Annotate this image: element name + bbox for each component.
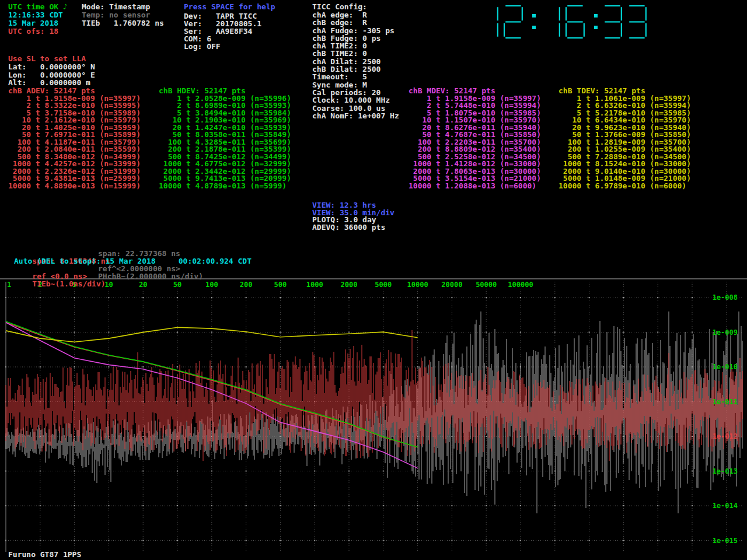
lady-heather-app: 1251020501002005001000200050001000020000… <box>0 0 747 560</box>
svg-text:1e-012: 1e-012 <box>713 432 738 440</box>
mdev-table-row: 10000 t 1.2088e-013 (n=6000) <box>409 183 541 190</box>
view-settings: VIEW: 12.3 hrs VIEW: 35.0 min/div <box>312 202 395 216</box>
seven-segment-clock <box>474 2 666 42</box>
svg-text:500: 500 <box>274 281 287 289</box>
lla-hint: Use SL to set LLA <box>8 55 86 62</box>
hdev-table: chB HDEV: 52147 pts 1 t 2.0528e-009 (n=3… <box>159 88 291 190</box>
device-info: Dev: TAPR TICC Ver: 20170805.1 Ser: AA9E… <box>184 12 261 50</box>
tdev-table-row: 10000 t 6.9789e-010 (n=6000) <box>558 183 691 190</box>
svg-text:1e-013: 1e-013 <box>713 467 738 475</box>
svg-text:1e-011: 1e-011 <box>713 398 738 406</box>
svg-text:50000: 50000 <box>476 281 497 289</box>
ticc-config-list: chA edge: R chB edge: R chA Fudge: -305 … <box>312 11 399 120</box>
svg-text:1e-009: 1e-009 <box>713 328 738 337</box>
scale-tieb: TIEb~(1.0ns/div) <box>32 279 105 288</box>
clock-colon-dot <box>532 26 536 29</box>
tdev-table: chB TDEV: 52147 pts 1 t 1.1061e-009 (n=3… <box>558 88 691 190</box>
clock-digit-2 <box>504 6 522 38</box>
queue-settings: PLOTQ: 3.0 day ADEVQ: 36000 pts <box>312 216 385 231</box>
svg-text:1000: 1000 <box>306 281 323 289</box>
hdev-table-row: 10000 t 4.8789e-013 (n=5999) <box>159 183 291 190</box>
plot-grid <box>6 282 742 552</box>
adev-table-row: 10000 t 4.8890e-013 (n=15999) <box>8 183 141 190</box>
temp-line: Temp: no sensor <box>82 11 150 19</box>
svg-text:20: 20 <box>139 281 147 289</box>
clock-colon-dot <box>594 14 598 18</box>
mode-line: Mode: Timestamp <box>82 3 150 10</box>
svg-text:100: 100 <box>205 281 218 289</box>
utc-offset: UTC ofs: 18 <box>8 27 58 35</box>
local-time: 12:16:33 CDT <box>8 11 63 19</box>
phase-trace-PHchB <box>6 312 742 513</box>
svg-text:1e-010: 1e-010 <box>713 363 738 371</box>
phase-trace-TIEb <box>6 330 742 461</box>
svg-text:5000: 5000 <box>375 281 392 289</box>
trace-scale-line: TIEb~(1.0ns/div) PHchB~(2.000000 ns/div) <box>14 272 106 303</box>
svg-text:2000: 2000 <box>341 281 358 289</box>
clock-digit-6 <box>566 6 584 38</box>
svg-text:1: 1 <box>7 281 11 289</box>
svg-text:1e-008: 1e-008 <box>713 293 738 302</box>
clock-colon-dot <box>532 14 536 18</box>
dev-curve-chB-TDEV <box>6 327 418 342</box>
svg-text:10: 10 <box>104 281 113 289</box>
help-hint: Press SPACE for help <box>184 3 275 10</box>
svg-text:100000: 100000 <box>508 281 533 289</box>
tie-readout: TIEb 1.760782 ns <box>82 19 164 27</box>
svg-text:10000: 10000 <box>407 281 428 289</box>
svg-text:50: 50 <box>173 281 181 289</box>
local-date: 15 Mar 2018 <box>8 19 58 27</box>
mdev-table: chB MDEV: 52147 pts 1 t 1.9158e-009 (n=3… <box>409 88 541 190</box>
adev-table: chB ADEV: 52147 pts 1 t 1.9158e-009 (n=3… <box>8 88 141 190</box>
svg-text:1e-015: 1e-015 <box>713 537 738 545</box>
utc-status-line: UTC time OK ♪ <box>8 3 68 10</box>
ticc-config-title: TICC Config: <box>312 3 367 10</box>
lla-values: Lat: 0.0000000° N Lon: 0.0000000° E Alt:… <box>8 63 95 87</box>
signal-source-label: Furuno GT87 1PPS <box>8 551 81 558</box>
scale-phchb: PHchB~(2.000000 ns/div) <box>98 272 203 280</box>
utc-status-text: UTC time OK <box>8 2 58 11</box>
music-note-icon: ♪ <box>63 2 68 11</box>
clock-digit-3 <box>605 6 622 38</box>
clock-colon-dot <box>594 26 598 29</box>
svg-text:200: 200 <box>240 281 253 289</box>
svg-text:1e-014: 1e-014 <box>713 502 738 510</box>
clock-digit-3 <box>629 6 646 38</box>
svg-text:20000: 20000 <box>441 281 462 289</box>
